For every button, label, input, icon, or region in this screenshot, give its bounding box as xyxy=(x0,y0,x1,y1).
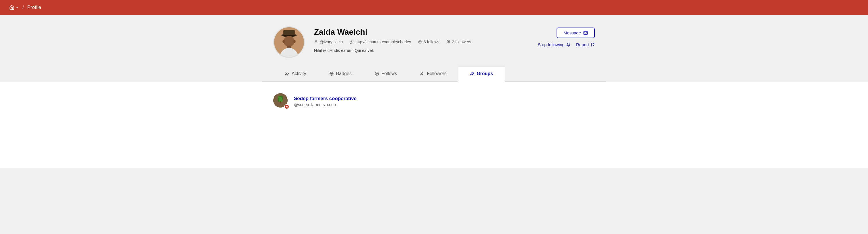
svg-point-7 xyxy=(293,40,296,43)
action-links: Stop following Report xyxy=(538,42,595,47)
message-button[interactable]: Message xyxy=(557,28,595,38)
message-label: Message xyxy=(563,30,581,35)
tab-badges-label: Badges xyxy=(336,71,352,76)
profile-actions: Message Stop following xyxy=(515,26,595,47)
svg-point-23 xyxy=(421,72,423,73)
group-info: Sedep farmers cooperative @sedep_farmers… xyxy=(294,96,356,107)
svg-point-10 xyxy=(420,41,421,42)
profile-name: Zaida Waelchi xyxy=(314,28,505,37)
profile-card: Zaida Waelchi @ivory_klein xyxy=(262,26,606,58)
stop-following-button[interactable]: Stop following xyxy=(538,42,570,47)
group-logo: ★ xyxy=(273,93,289,109)
report-button[interactable]: Report xyxy=(576,42,595,47)
activity-icon xyxy=(285,71,289,76)
tab-follows[interactable]: Follows xyxy=(363,67,408,82)
home-nav[interactable] xyxy=(9,5,19,11)
content-inner: ★ Sedep farmers cooperative @sedep_farme… xyxy=(262,82,606,121)
svg-point-25 xyxy=(472,72,473,73)
followers-meta: 2 followers xyxy=(446,40,471,44)
website-meta[interactable]: http://schumm.example/charley xyxy=(350,40,411,44)
username-value: @ivory_klein xyxy=(320,40,343,44)
svg-point-15 xyxy=(286,72,287,73)
tab-badges[interactable]: Badges xyxy=(318,67,363,82)
follows-icon xyxy=(418,40,422,44)
svg-point-9 xyxy=(418,40,422,43)
svg-point-6 xyxy=(282,40,285,43)
follows-count: 6 follows xyxy=(424,40,439,44)
svg-point-21 xyxy=(375,72,379,75)
svg-point-20 xyxy=(331,73,332,74)
stop-following-label: Stop following xyxy=(538,42,565,47)
avatar xyxy=(273,26,305,58)
bell-icon xyxy=(566,43,570,47)
follows-tab-icon xyxy=(375,71,379,76)
person-icon xyxy=(314,40,318,44)
badges-icon xyxy=(329,71,334,76)
website-link[interactable]: http://schumm.example/charley xyxy=(355,40,411,44)
svg-rect-30 xyxy=(280,101,281,103)
link-icon xyxy=(350,40,353,44)
profile-header: Zaida Waelchi @ivory_klein xyxy=(273,26,595,58)
username-meta: @ivory_klein xyxy=(314,40,343,44)
content-area: ★ Sedep farmers cooperative @sedep_farme… xyxy=(0,82,868,168)
tabs-container: Activity Badges Follows xyxy=(262,67,606,82)
tab-followers[interactable]: Followers xyxy=(408,67,458,82)
group-item: ★ Sedep farmers cooperative @sedep_farme… xyxy=(273,93,595,109)
group-admin-badge: ★ xyxy=(284,104,289,109)
home-chevron[interactable] xyxy=(16,5,19,11)
profile-info: Zaida Waelchi @ivory_klein xyxy=(314,26,505,53)
tabs-section: Activity Badges Follows xyxy=(0,67,868,82)
svg-point-11 xyxy=(447,40,448,42)
badge-icon: ★ xyxy=(286,105,288,108)
message-icon xyxy=(583,31,588,35)
tab-activity[interactable]: Activity xyxy=(273,67,318,82)
tab-follows-label: Follows xyxy=(381,71,397,76)
group-username: @sedep_farmers_coop xyxy=(294,102,356,107)
followers-icon xyxy=(446,40,451,44)
svg-rect-3 xyxy=(283,35,295,36)
followers-count: 2 followers xyxy=(452,40,471,44)
home-icon xyxy=(9,5,14,10)
profile-section: Zaida Waelchi @ivory_klein xyxy=(0,15,868,82)
group-name[interactable]: Sedep farmers cooperative xyxy=(294,96,356,102)
flag-icon xyxy=(591,43,595,47)
breadcrumb-page-title: Profile xyxy=(27,5,41,10)
svg-point-8 xyxy=(315,40,317,42)
topbar: / Profile xyxy=(0,0,868,15)
svg-point-22 xyxy=(376,73,377,74)
followers-tab-icon xyxy=(420,71,425,76)
profile-bio: Nihil reiciendis earum. Qui ea vel. xyxy=(314,48,505,53)
svg-point-4 xyxy=(284,36,294,47)
svg-point-12 xyxy=(448,40,450,42)
avatar-image xyxy=(274,27,304,57)
follows-meta: 6 follows xyxy=(418,40,439,44)
tab-activity-label: Activity xyxy=(291,71,306,76)
breadcrumb-separator: / xyxy=(22,5,24,11)
report-label: Report xyxy=(576,42,589,47)
tab-groups[interactable]: Groups xyxy=(458,66,505,82)
tab-followers-label: Followers xyxy=(427,71,446,76)
groups-icon xyxy=(470,71,474,76)
chevron-down-icon xyxy=(16,6,19,9)
profile-meta: @ivory_klein http://schumm.example/charl… xyxy=(314,40,505,44)
tab-groups-label: Groups xyxy=(477,71,493,76)
